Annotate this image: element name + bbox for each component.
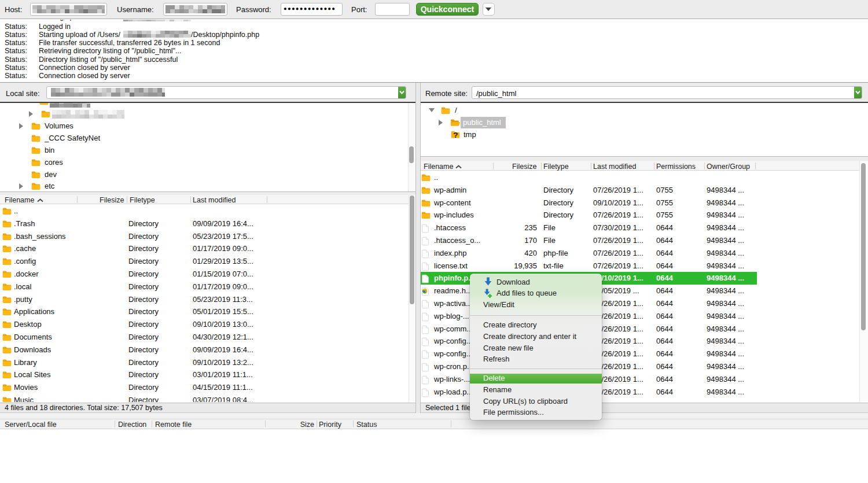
svg-text:?: ? <box>453 131 458 139</box>
